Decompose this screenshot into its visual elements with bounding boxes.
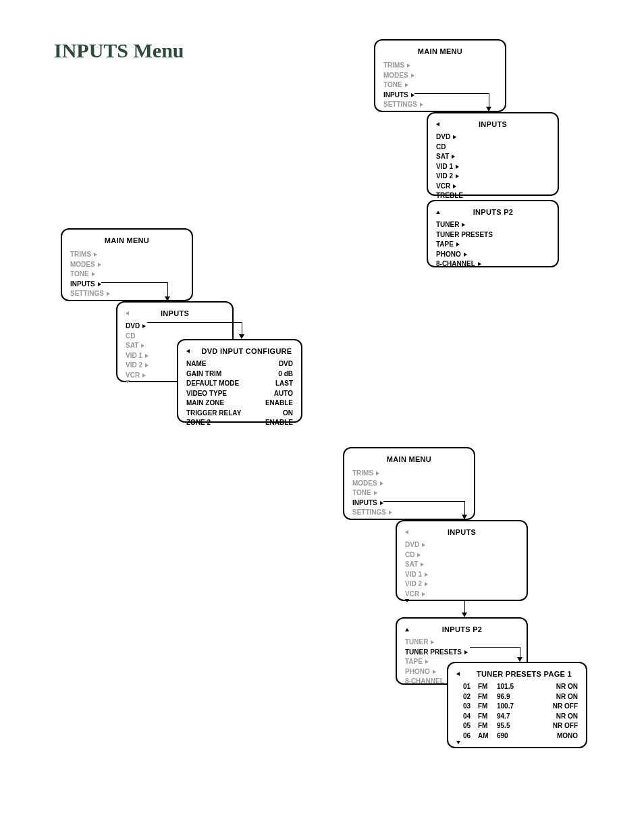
config-row-default-mode: DEFAULT MODELAST [186,379,293,389]
inputs-item-vcr: VCR [405,590,518,600]
main-menu-title-left: MAIN MENU [70,236,184,244]
preset-row: 03FM100.7NR OFF [463,702,578,712]
inputs-item-dvd: DVD [405,540,518,550]
inputs-item-sat: SAT [436,152,549,162]
chevron-right-icon [462,223,465,227]
chevron-right-icon [422,543,425,547]
main-menu-panel-bottom: MAIN MENU TRIMS MODES TONE INPUTS SETTIN… [343,447,475,520]
presets-scroll-down [456,741,578,744]
chevron-right-icon [142,324,146,328]
chevron-right-icon [478,262,481,266]
chevron-right-icon [417,553,421,557]
inputs-item-vid2: VID 2 [436,172,549,182]
inputs-title-left: INPUTS [140,309,210,317]
inputs-p2-panel-top: INPUTS P2 TUNER TUNER PRESETS TAPE PHONO… [427,200,559,267]
chevron-right-icon [422,592,425,596]
main-menu-panel-left: MAIN MENU TRIMS MODES TONE INPUTS SETTIN… [61,228,193,301]
page-title: INPUTS Menu [54,39,184,62]
chevron-left-icon [436,122,439,126]
inputs-item-vid1: VID 1 [436,162,549,172]
chevron-right-icon [374,491,377,495]
chevron-right-icon [420,103,423,107]
config-row-zone2: ZONE 2ENABLE [186,418,293,428]
menu-item-settings: SETTINGS [352,508,466,518]
chevron-right-icon [380,481,383,486]
config-row-trigger: TRIGGER RELAYON [186,409,293,419]
chevron-right-icon [98,282,101,286]
chevron-right-icon [431,640,434,644]
dvd-config-title: DVD INPUT CONFIGURE [200,347,293,355]
inputs-p2-tape: TAPE [436,240,549,250]
inputs-item-dvd: DVD [436,132,549,142]
menu-item-modes: MODES [352,479,466,489]
chevron-left-icon [186,349,190,353]
chevron-right-icon [380,501,383,505]
chevron-right-icon [98,263,101,267]
chevron-down-icon [126,380,130,384]
inputs-title: INPUTS [450,120,535,128]
tuner-presets-panel: TUNER PRESETS PAGE 1 01FM101.5NR ON 02FM… [447,662,587,748]
chevron-right-icon [456,165,459,169]
main-menu-title-bottom: MAIN MENU [352,455,466,463]
inputs-p2-8ch: 8-CHANNEL [436,259,549,269]
chevron-up-icon [436,211,440,214]
chevron-right-icon [453,135,456,139]
chevron-right-icon [433,670,436,674]
inputs-scroll-down [405,599,518,602]
preset-row: 05FM95.5NR OFF [463,721,578,731]
menu-item-tone: TONE [383,80,497,90]
preset-row: 01FM101.5NR ON [463,682,578,692]
inputs-item-sat: SAT [405,560,518,570]
preset-row: 04FM94.7NR ON [463,712,578,722]
chevron-right-icon [464,650,468,654]
chevron-right-icon [94,253,97,257]
chevron-right-icon [425,582,428,586]
menu-item-modes: MODES [70,260,184,270]
inputs-p2-title: INPUTS P2 [451,208,535,216]
chevron-left-icon [405,530,408,534]
chevron-right-icon [145,363,149,367]
chevron-down-icon [456,741,460,744]
menu-item-tone: TONE [70,269,184,280]
chevron-left-icon [456,672,460,676]
chevron-right-icon [453,184,456,188]
chevron-right-icon [456,174,459,178]
inputs-p2-tuner: TUNER [405,637,518,648]
menu-item-trims: TRIMS [70,250,184,260]
chevron-up-icon [405,628,409,631]
menu-item-inputs: INPUTS [70,280,184,290]
chevron-right-icon [421,563,424,567]
menu-item-settings: SETTINGS [383,100,497,110]
chevron-right-icon [452,155,455,159]
inputs-item-vid1: VID 1 [405,570,518,580]
inputs-item-vid2: VID 2 [405,579,518,590]
chevron-right-icon [425,660,429,664]
chevron-right-icon [376,471,379,475]
inputs-p2-tuner: TUNER [436,220,549,230]
inputs-item-dvd: DVD [126,321,224,332]
main-menu-panel-top: MAIN MENU TRIMS MODES TONE INPUTS SETTIN… [374,39,506,112]
inputs-p2-tuner-presets: TUNER PRESETS [405,648,518,658]
menu-item-modes: MODES [383,71,497,81]
chevron-right-icon [411,93,414,97]
inputs-panel-top: INPUTS DVD CD SAT VID 1 VID 2 VCR TREBLE [427,112,559,196]
inputs-p2-phono: PHONO [436,250,549,260]
preset-row: 06AM690MONO [463,731,578,741]
chevron-right-icon [425,573,428,577]
chevron-down-icon [405,599,409,602]
inputs-item-cd: CD [405,550,518,561]
menu-item-trims: TRIMS [383,61,497,71]
preset-row: 02FM96.9NR ON [463,692,578,702]
chevron-right-icon [389,511,392,515]
chevron-right-icon [145,354,149,358]
chevron-right-icon [92,272,95,276]
chevron-right-icon [142,373,146,377]
inputs-p2-tuner-presets: TUNER PRESETS [436,230,549,240]
menu-item-inputs: INPUTS [352,498,466,509]
dvd-input-configure-panel: DVD INPUT CONFIGURE NAMEDVD GAIN TRIM0 d… [177,339,302,423]
menu-item-trims: TRIMS [352,469,466,479]
chevron-right-icon [405,83,408,87]
chevron-right-icon [407,63,410,68]
main-menu-title: MAIN MENU [383,47,497,55]
chevron-right-icon [464,253,467,257]
